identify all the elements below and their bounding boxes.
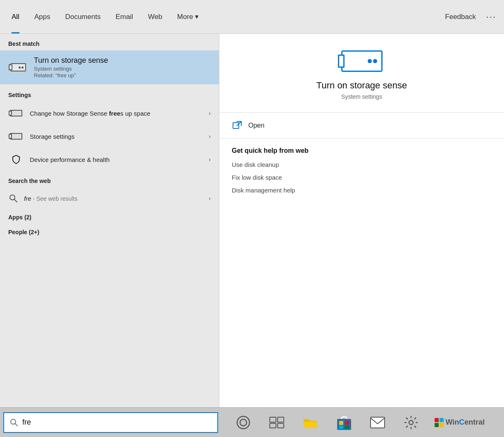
apps-count-label: Apps (2) [0, 209, 219, 224]
storage-icon-list2 [10, 133, 22, 140]
svg-rect-10 [270, 423, 276, 428]
best-match-label: Best match [0, 34, 219, 50]
svg-point-20 [409, 420, 413, 425]
svg-line-5 [15, 424, 17, 426]
storage-sense-icon-large [341, 50, 383, 72]
shield-icon [11, 154, 21, 165]
win-sq-red [435, 418, 439, 422]
device-performance-icon [8, 152, 24, 167]
storage-dot-large1 [368, 59, 372, 63]
wincentral-text: WinCentral [445, 418, 485, 427]
list-item-device-performance[interactable]: Device performance & health › [0, 148, 219, 171]
taskbar-search-icon [10, 418, 18, 427]
chevron-right-icon2: › [209, 133, 211, 140]
left-panel: Best match Turn on storage sense System … [0, 34, 219, 407]
top-navigation: All Apps Documents Email Web More ▾ Feed… [0, 0, 504, 34]
svg-rect-8 [270, 417, 276, 422]
file-explorer-button[interactable] [300, 413, 320, 432]
best-match-subtitle: System settings [34, 66, 108, 72]
feedback-button[interactable]: Feedback [438, 0, 483, 33]
device-performance-text: Device performance & health [30, 156, 209, 163]
wincentral-branding: WinCentral [435, 418, 485, 427]
chevron-right-icon: › [209, 110, 211, 116]
list-item-change-storage[interactable]: Change how Storage Sense frees up space … [0, 102, 219, 125]
svg-rect-2 [233, 123, 239, 128]
quick-help-link-1[interactable]: Fix low disk space [232, 174, 492, 181]
main-area: Best match Turn on storage sense System … [0, 34, 504, 407]
storage-dot-large2 [373, 59, 377, 63]
storage-sense-icon-small [10, 63, 26, 71]
right-top-section: Turn on storage sense System settings [219, 34, 504, 113]
tab-apps[interactable]: Apps [27, 0, 58, 33]
svg-rect-18 [345, 426, 349, 429]
svg-line-25 [406, 418, 408, 419]
svg-rect-16 [345, 421, 349, 425]
svg-rect-11 [278, 423, 284, 428]
chevron-right-icon4: › [209, 195, 211, 202]
cortana-button[interactable] [233, 413, 253, 432]
store-button[interactable] [334, 413, 354, 432]
quick-help-section: Get quick help from web Use disk cleanup… [219, 139, 504, 208]
right-panel-subtitle: System settings [341, 93, 382, 100]
change-storage-icon [8, 105, 24, 121]
people-count-label: People (2+) [0, 224, 219, 239]
mail-button[interactable] [368, 413, 388, 432]
web-search-item[interactable]: fre - See web results › [0, 188, 219, 209]
search-loop-icon [8, 193, 18, 203]
win-sq-blue [440, 418, 444, 422]
chevron-right-icon3: › [209, 156, 211, 163]
svg-line-27 [414, 418, 416, 419]
svg-rect-9 [278, 417, 284, 422]
svg-point-6 [237, 416, 250, 429]
open-label: Open [248, 122, 264, 129]
best-match-icon [8, 57, 28, 77]
best-match-text: Turn on storage sense System settings Re… [34, 56, 108, 78]
quick-help-link-2[interactable]: Disk management help [232, 187, 492, 194]
task-view-button[interactable] [267, 413, 287, 432]
svg-rect-19 [371, 417, 385, 428]
tab-documents[interactable]: Documents [58, 0, 108, 33]
win-sq-yellow [440, 423, 444, 427]
right-panel: Turn on storage sense System settings Op… [219, 34, 504, 407]
web-see-results: - See web results [31, 195, 78, 202]
svg-point-7 [240, 419, 247, 426]
wincentral-logo: WinCentral [435, 418, 485, 427]
best-match-related: Related: "free up" [34, 72, 108, 78]
quick-help-title: Get quick help from web [232, 147, 492, 154]
svg-line-1 [14, 200, 17, 202]
svg-point-0 [10, 195, 15, 200]
svg-line-26 [414, 426, 416, 428]
tab-all[interactable]: All [4, 0, 27, 33]
win-sq-green [435, 423, 439, 427]
right-panel-title: Turn on storage sense [316, 80, 407, 91]
open-icon [232, 120, 242, 131]
list-item-storage-settings[interactable]: Storage settings › [0, 125, 219, 148]
storage-icon-list [10, 110, 22, 116]
taskbar-search-text: fre [22, 418, 31, 427]
storage-settings-text: Storage settings [30, 133, 209, 140]
best-match-item[interactable]: Turn on storage sense System settings Re… [0, 50, 219, 84]
svg-rect-15 [339, 421, 343, 425]
settings-gear-button[interactable] [401, 413, 421, 432]
open-button-row[interactable]: Open [219, 113, 504, 139]
change-storage-text: Change how Storage Sense frees up space [30, 110, 209, 117]
tab-email[interactable]: Email [108, 0, 141, 33]
tab-web[interactable]: Web [140, 0, 170, 33]
more-options-button[interactable]: ··· [483, 0, 500, 33]
svg-point-4 [11, 419, 16, 424]
storage-dot1 [19, 66, 21, 69]
quick-help-link-0[interactable]: Use disk cleanup [232, 161, 492, 168]
windows-grid-icon [435, 418, 444, 427]
svg-rect-17 [339, 426, 343, 429]
svg-line-28 [406, 426, 408, 428]
web-search-text: fre - See web results [24, 195, 209, 202]
taskbar-icons: WinCentral [218, 413, 504, 432]
web-query: fre [24, 195, 31, 202]
taskbar-search-box[interactable]: fre [3, 412, 218, 433]
taskbar: fre [0, 407, 504, 437]
settings-label: Settings [0, 85, 219, 102]
tab-more[interactable]: More ▾ [170, 0, 206, 33]
storage-settings-icon [8, 128, 24, 144]
storage-dot2 [21, 66, 24, 69]
web-search-label: Search the web [0, 171, 219, 188]
